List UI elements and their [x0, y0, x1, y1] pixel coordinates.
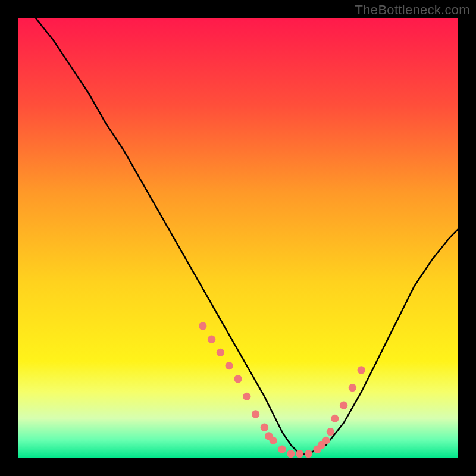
scatter-dot [208, 336, 215, 343]
watermark-text: TheBottleneck.com [355, 2, 470, 18]
scatter-dot [331, 415, 339, 422]
scatter-dot [305, 450, 312, 458]
scatter-dot [243, 393, 250, 400]
scatter-dot [358, 366, 365, 374]
scatter-dot [270, 437, 277, 444]
curve-line [36, 18, 458, 454]
scatter-dot [199, 322, 206, 330]
scatter-dot [278, 446, 286, 453]
plot-area [18, 18, 458, 458]
chart-svg [18, 18, 458, 458]
scatter-dot [349, 384, 356, 392]
scatter-dot [226, 362, 233, 369]
scatter-dot [327, 428, 334, 436]
scatter-dot [296, 450, 303, 458]
scatter-dot [340, 402, 347, 409]
scatter-dot [234, 375, 242, 383]
chart-frame: TheBottleneck.com [0, 0, 476, 476]
scatter-dots [199, 322, 365, 458]
scatter-dot [217, 349, 224, 356]
scatter-dot [287, 450, 295, 458]
scatter-dot [252, 410, 259, 418]
scatter-dot [322, 437, 330, 444]
scatter-dot [261, 424, 268, 431]
